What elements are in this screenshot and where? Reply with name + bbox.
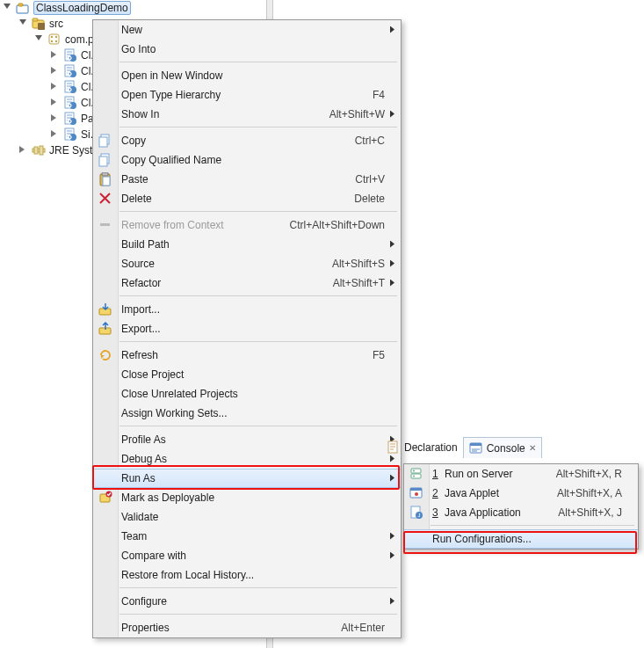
remove-icon [98,218,112,232]
menu-index: 3 [432,506,441,519]
menu-label: Team [121,530,385,542]
console-icon [469,441,483,455]
menu-label: Properties [121,622,341,634]
menu-new[interactable]: New [93,20,401,40]
menu-shortcut: Alt+Shift+S [332,258,385,270]
tab-label: Declaration [404,441,458,454]
twisty-closed-icon[interactable] [51,51,60,60]
menu-assign-working-sets[interactable]: Assign Working Sets... [93,404,401,423]
menu-label: Profile As [121,433,385,446]
submenu-java-application[interactable]: 3 Java Application Alt+Shift+X, J [404,503,638,522]
menu-label: Copy [121,135,355,147]
menu-team[interactable]: Team [93,527,401,546]
menu-shortcut: Alt+Enter [341,622,385,634]
submenu-run-configurations[interactable]: Run Configurations... [404,529,638,549]
project-label[interactable]: ClassLoadingDemo [33,1,131,15]
submenu-java-applet[interactable]: 2 Java Applet Alt+Shift+X, A [404,484,638,503]
menu-validate[interactable]: Validate [93,507,401,527]
menu-restore-local-history[interactable]: Restore from Local History... [93,565,401,585]
submenu-arrow-icon [390,533,395,541]
twisty-closed-icon[interactable] [19,146,28,155]
twisty-closed-icon[interactable] [51,114,60,123]
source-folder-label[interactable]: src [49,18,63,30]
menu-paste[interactable]: Paste Ctrl+V [93,170,401,189]
menu-profile-as[interactable]: Profile As [93,430,401,449]
menu-label: Close Project [121,368,385,381]
menu-source[interactable]: Source Alt+Shift+S [93,254,401,273]
twisty-open-icon[interactable] [19,19,28,28]
twisty-closed-icon[interactable] [51,67,60,76]
copy-icon [98,134,112,148]
menu-close-unrelated-projects[interactable]: Close Unrelated Projects [93,384,401,404]
submenu-arrow-icon [390,260,395,268]
menu-import[interactable]: Import... [93,300,401,319]
menu-label: Run As [121,472,385,484]
applet-icon [409,486,423,500]
twisty-closed-icon[interactable] [51,130,60,139]
java-file-icon [63,64,77,78]
server-icon [409,467,423,481]
menu-export[interactable]: Export... [93,319,401,339]
menu-open-new-window[interactable]: Open in New Window [93,66,401,85]
menu-label: Refactor [121,277,333,289]
tab-label: Console [487,442,525,455]
close-icon[interactable]: ✕ [529,443,536,453]
menu-shortcut: Alt+Shift+X, R [556,468,622,480]
twisty-open-icon[interactable] [4,4,12,12]
twisty-open-icon[interactable] [35,35,44,44]
submenu-run-on-server[interactable]: 1 Run on Server Alt+Shift+X, R [404,464,638,484]
menu-label: Import... [121,303,385,316]
menu-configure[interactable]: Configure [93,592,401,611]
project-icon [16,1,30,15]
menu-refactor[interactable]: Refactor Alt+Shift+T [93,273,401,293]
tab-console[interactable]: Console ✕ [463,437,542,458]
java-file-icon [63,48,77,62]
menu-label: Run on Server [441,468,556,480]
menu-remove-from-context: Remove from Context Ctrl+Alt+Shift+Down [93,215,401,235]
copy-icon [98,153,112,167]
submenu-arrow-icon [390,475,395,483]
export-icon [98,322,112,336]
tab-declaration[interactable]: Declaration [387,440,458,455]
menu-go-into[interactable]: Go Into [93,40,401,59]
menu-show-in[interactable]: Show In Alt+Shift+W [93,105,401,124]
menu-debug-as[interactable]: Debug As [93,449,401,469]
java-file-icon [63,96,77,110]
menu-close-project[interactable]: Close Project [93,365,401,384]
submenu-arrow-icon [390,111,395,119]
menu-shortcut: Ctrl+V [355,173,385,186]
menu-label: Source [121,258,332,270]
source-folder-icon [32,17,46,31]
java-file-icon [63,112,77,126]
menu-label: Compare with [121,550,385,562]
menu-mark-deployable[interactable]: Mark as Deployable [93,488,401,507]
menu-label: Validate [121,511,385,523]
menu-label: Refresh [121,349,373,361]
menu-delete[interactable]: Delete Delete [93,189,401,208]
menu-build-path[interactable]: Build Path [93,235,401,254]
menu-open-type-hierarchy[interactable]: Open Type Hierarchy F4 [93,85,401,105]
menu-shortcut: Ctrl+C [355,135,385,147]
menu-compare-with[interactable]: Compare with [93,546,401,565]
menu-run-as[interactable]: Run As [93,469,401,488]
paste-icon [98,172,112,186]
declaration-icon [387,440,401,455]
menu-copy-qualified-name[interactable]: Copy Qualified Name [93,150,401,170]
menu-shortcut: Alt+Shift+X, A [557,487,622,499]
twisty-closed-icon[interactable] [51,83,60,91]
menu-index: 1 [432,468,441,480]
menu-label: Debug As [121,453,385,465]
menu-refresh[interactable]: Refresh F5 [93,346,401,365]
deployable-icon [98,491,112,505]
menu-label: Go Into [121,43,385,55]
twisty-closed-icon[interactable] [51,98,60,107]
menu-label: Java Applet [441,487,557,499]
menu-label: Build Path [121,238,385,251]
menu-shortcut: Alt+Shift+W [329,108,385,120]
menu-shortcut: Alt+Shift+T [333,277,385,289]
package-icon [47,33,62,47]
menu-copy[interactable]: Copy Ctrl+C [93,131,401,150]
menu-label: Open in New Window [121,69,385,82]
menu-properties[interactable]: Properties Alt+Enter [93,618,401,637]
menu-label: Copy Qualified Name [121,154,385,166]
